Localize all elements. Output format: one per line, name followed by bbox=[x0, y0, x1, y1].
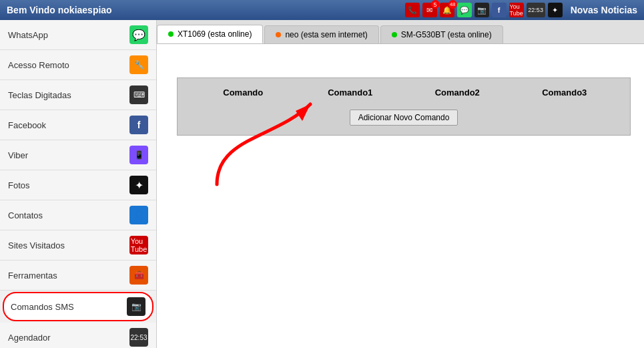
add-button-row: Adicionar Novo Comando bbox=[184, 107, 623, 128]
tab-dot-xt1069 bbox=[168, 31, 174, 37]
add-command-button[interactable]: Adicionar Novo Comando bbox=[350, 110, 458, 126]
playboy-header-icon[interactable]: ✦ bbox=[548, 3, 563, 17]
teclas-icon: ⌨ bbox=[129, 85, 148, 104]
col-comando1: Comando1 bbox=[297, 88, 404, 98]
layout: WhatsApp 💬 Acesso Remoto 🔧 Teclas Digita… bbox=[0, 20, 644, 348]
acesso-remoto-icon: 🔧 bbox=[129, 55, 148, 74]
whatsapp-header-icon[interactable]: 💬 bbox=[457, 3, 472, 17]
sidebar-item-sites-visitados[interactable]: Sites Visitados YouTube bbox=[0, 230, 156, 260]
tab-neo[interactable]: neo (esta sem internet) bbox=[264, 25, 378, 43]
agendador-icon: 22:53 bbox=[129, 328, 148, 347]
header-icons: 📞 ✉ 5 🔔 48 💬 📷 f YouTube 22:53 ✦ Novas N… bbox=[405, 3, 637, 17]
sites-icon: YouTube bbox=[129, 236, 148, 254]
ferramentas-icon: 🧰 bbox=[129, 266, 148, 285]
sidebar-item-viber[interactable]: Viber 📱 bbox=[0, 140, 156, 170]
comandos-sms-icon: 📷 bbox=[127, 297, 145, 316]
tab-label-smg530bt: SM-G530BT (esta online) bbox=[401, 30, 492, 39]
whatsapp-sidebar-icon: 💬 bbox=[129, 25, 148, 44]
main-content: XT1069 (esta online) neo (esta sem inter… bbox=[157, 20, 644, 348]
tab-dot-smg530bt bbox=[392, 32, 397, 37]
tab-label-xt1069: XT1069 (esta online) bbox=[178, 29, 252, 39]
youtube-header-icon[interactable]: YouTube bbox=[509, 3, 524, 17]
novas-noticias-label: Novas Noticias bbox=[571, 5, 637, 15]
sidebar-item-teclas-digitadas[interactable]: Teclas Digitadas ⌨ bbox=[0, 80, 156, 110]
sidebar-item-contatos[interactable]: Contatos 👤 bbox=[0, 200, 156, 230]
col-comando3: Comando3 bbox=[511, 88, 619, 98]
sidebar-item-agendador[interactable]: Agendador 22:53 bbox=[0, 323, 156, 348]
tabs-bar: XT1069 (esta online) neo (esta sem inter… bbox=[157, 20, 644, 44]
sidebar-item-ferramentas[interactable]: Ferramentas 🧰 bbox=[0, 260, 156, 291]
facebook-header-icon[interactable]: f bbox=[492, 3, 507, 17]
command-table: Comando Comando1 Comando2 Comando3 Adici… bbox=[177, 77, 631, 136]
sidebar-item-fotos[interactable]: Fotos ✦ bbox=[0, 170, 156, 200]
col-comando2: Comando2 bbox=[404, 88, 511, 98]
message-badge: 5 bbox=[431, 0, 440, 9]
content-area: Comando Comando1 Comando2 Comando3 Adici… bbox=[157, 44, 644, 348]
sidebar-item-whatsapp[interactable]: WhatsApp 💬 bbox=[0, 20, 156, 50]
contatos-icon: 👤 bbox=[129, 206, 148, 224]
sidebar-item-comandos-sms[interactable]: Comandos SMS 📷 bbox=[3, 292, 153, 321]
col-comando: Comando bbox=[190, 88, 297, 98]
tab-dot-neo bbox=[276, 32, 281, 37]
sidebar-item-facebook[interactable]: Facebook f bbox=[0, 110, 156, 140]
phone-icon[interactable]: 📞 bbox=[405, 3, 420, 17]
camera-header-icon[interactable]: 📷 bbox=[474, 3, 489, 17]
tab-smg530bt[interactable]: SM-G530BT (esta online) bbox=[380, 25, 503, 43]
notify-icon[interactable]: 🔔 48 bbox=[440, 3, 454, 17]
time-icon: 22:53 bbox=[527, 3, 545, 17]
tab-label-neo: neo (esta sem internet) bbox=[285, 30, 367, 39]
sidebar: WhatsApp 💬 Acesso Remoto 🔧 Teclas Digita… bbox=[0, 20, 157, 348]
fotos-icon: ✦ bbox=[129, 176, 148, 194]
tab-xt1069[interactable]: XT1069 (esta online) bbox=[157, 25, 263, 43]
notify-badge: 48 bbox=[448, 0, 457, 9]
header-title: Bem Vindo nokiaespiao bbox=[7, 5, 112, 15]
header: Bem Vindo nokiaespiao 📞 ✉ 5 🔔 48 💬 📷 f Y… bbox=[0, 0, 644, 20]
command-table-header: Comando Comando1 Comando2 Comando3 bbox=[184, 85, 623, 100]
viber-icon: 📱 bbox=[129, 146, 148, 164]
sidebar-item-acesso-remoto[interactable]: Acesso Remoto 🔧 bbox=[0, 50, 156, 80]
message-icon[interactable]: ✉ 5 bbox=[422, 3, 437, 17]
facebook-sidebar-icon: f bbox=[129, 116, 148, 134]
